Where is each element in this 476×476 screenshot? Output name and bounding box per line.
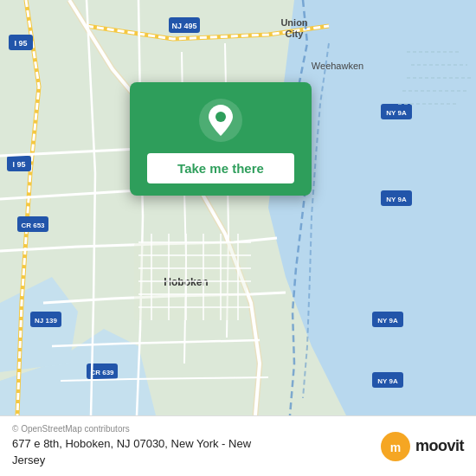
take-me-there-button[interactable]: Take me there bbox=[147, 153, 294, 183]
svg-text:City: City bbox=[286, 29, 305, 39]
moovit-label: moovit bbox=[415, 437, 464, 455]
svg-text:m: m bbox=[390, 441, 401, 454]
location-card: Take me there bbox=[130, 82, 312, 196]
map-container: I 95 I 95 NJ 495 CR 653 NJ 139 CR 639 NY… bbox=[0, 0, 476, 415]
location-pin-icon bbox=[198, 98, 243, 143]
svg-text:CR 639: CR 639 bbox=[90, 369, 114, 376]
address-line2: Jersey bbox=[12, 453, 251, 468]
svg-text:Union: Union bbox=[280, 17, 307, 28]
svg-text:NJ 495: NJ 495 bbox=[171, 22, 196, 30]
address-block: © OpenStreetMap contributors 677 e 8th, … bbox=[12, 424, 251, 467]
svg-text:Weehawken: Weehawken bbox=[312, 61, 363, 71]
svg-text:I 95: I 95 bbox=[12, 160, 25, 169]
moovit-logo: m moovit bbox=[380, 431, 464, 462]
svg-text:I 95: I 95 bbox=[14, 39, 27, 48]
copyright-text: © OpenStreetMap contributors bbox=[12, 424, 251, 434]
moovit-brand-icon: m bbox=[380, 431, 411, 462]
svg-text:NY 9A: NY 9A bbox=[386, 109, 407, 117]
address-line1: 677 e 8th, Hoboken, NJ 07030, New York -… bbox=[12, 436, 251, 452]
svg-text:NY 9A: NY 9A bbox=[386, 196, 407, 203]
svg-point-37 bbox=[215, 112, 226, 122]
svg-text:NY 9A: NY 9A bbox=[377, 377, 398, 385]
svg-text:NY 9A: NY 9A bbox=[377, 317, 398, 325]
svg-text:CR 653: CR 653 bbox=[21, 222, 45, 229]
info-bar: © OpenStreetMap contributors 677 e 8th, … bbox=[0, 415, 476, 476]
svg-text:NJ 139: NJ 139 bbox=[35, 317, 57, 325]
